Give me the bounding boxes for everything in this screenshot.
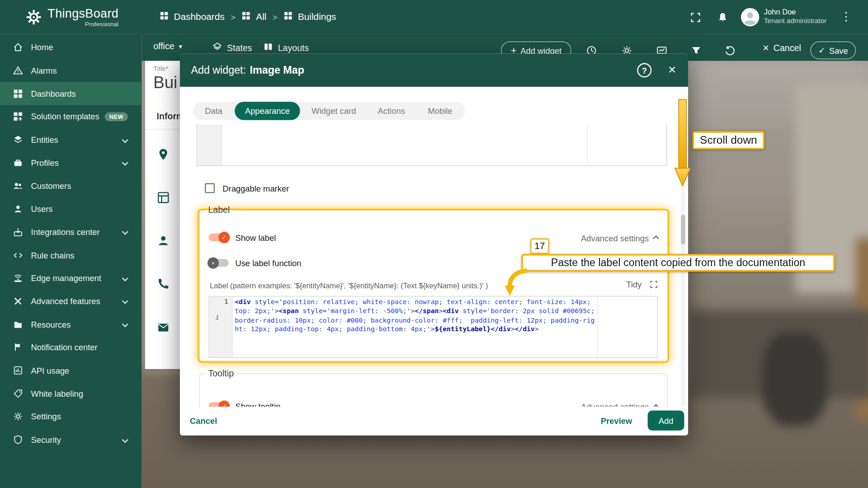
- sidebar-item-edge-management[interactable]: Edge management: [0, 267, 142, 290]
- tab-widget-card[interactable]: Widget card: [300, 102, 368, 120]
- photo-desks: [690, 310, 868, 399]
- sidebar: Home Alarms Dashboards Solution template…: [0, 34, 142, 488]
- info-icon: i: [215, 313, 219, 321]
- show-label-text: Show label: [235, 233, 276, 242]
- sidebar-item-customers[interactable]: Customers: [0, 174, 142, 197]
- label-code-editor[interactable]: 1 i <div style='position: relative; whit…: [209, 296, 658, 358]
- draggable-marker-checkbox[interactable]: [205, 183, 215, 193]
- sidebar-item-security[interactable]: Security: [0, 428, 142, 451]
- help-icon[interactable]: ?: [637, 63, 651, 78]
- breadcrumb-buildings[interactable]: Buildings: [283, 11, 336, 23]
- state-selector[interactable]: office ▾: [153, 42, 182, 52]
- photo-wood-shelf: [856, 238, 868, 421]
- kebab-menu-icon[interactable]: ⋮: [840, 10, 852, 23]
- sidebar-item-resources[interactable]: Resources: [0, 313, 142, 336]
- breadcrumb: Dashboards > All > Buildings: [160, 0, 336, 34]
- expand-editor-icon[interactable]: [649, 280, 658, 289]
- chevron-down-icon: [122, 321, 128, 328]
- sidebar-item-home[interactable]: Home: [0, 36, 142, 59]
- advanced-settings-label: Advanced settings: [581, 402, 649, 407]
- save-label: Save: [829, 46, 848, 55]
- dialog-scrollbar-thumb[interactable]: [681, 215, 685, 244]
- phone-widget-icon[interactable]: [157, 277, 170, 290]
- show-label-toggle[interactable]: ✓: [209, 232, 229, 243]
- cancel-edit-button[interactable]: × Cancel: [763, 42, 801, 54]
- preview-button[interactable]: Preview: [601, 416, 632, 426]
- avatar[interactable]: [741, 8, 760, 27]
- states-label: States: [227, 43, 252, 53]
- instruction-arrow-icon: [498, 267, 531, 298]
- sidebar-item-notification-center[interactable]: Notification center: [0, 336, 142, 359]
- breadcrumb-all[interactable]: All: [241, 11, 266, 23]
- add-widget-dialog: Add widget:Image Map ? × Data Appearance…: [180, 54, 688, 436]
- add-button[interactable]: Add: [648, 411, 684, 431]
- sidebar-item-white-labeling[interactable]: White labeling: [0, 382, 142, 405]
- save-button[interactable]: ✓ Save: [811, 42, 856, 59]
- layouts-button[interactable]: Layouts: [263, 42, 309, 54]
- mail-widget-icon[interactable]: [157, 321, 170, 334]
- viewport: office ▾ States Layouts + Add widget ×: [0, 0, 868, 488]
- person-widget-icon[interactable]: [157, 234, 170, 247]
- chevron-down-icon: [122, 275, 128, 282]
- dashboard-edit-panel: Title* Bui Inform: [145, 61, 181, 369]
- draggable-marker-label: Draggable marker: [222, 183, 289, 193]
- tab-data[interactable]: Data: [193, 102, 235, 120]
- use-label-function-row: × Use label function: [209, 257, 302, 268]
- scroll-down-callout: Scroll down: [693, 131, 764, 149]
- rule-chains-icon: [12, 249, 23, 260]
- toggle-knob: ✓: [219, 401, 230, 407]
- sidebar-item-label: Entities: [31, 135, 58, 145]
- title-field-value[interactable]: Bui: [153, 73, 177, 92]
- print-margin-line: [597, 296, 598, 357]
- sidebar-item-users[interactable]: Users: [0, 197, 142, 221]
- layouts-icon: [263, 42, 274, 54]
- entities-icon: [12, 134, 23, 145]
- sidebar-item-label: Integrations center: [31, 227, 100, 237]
- sidebar-item-rule-chains[interactable]: Rule chains: [0, 244, 142, 267]
- editor-actions: Tidy: [626, 279, 658, 289]
- brand-name: ThingsBoard: [47, 7, 118, 20]
- close-icon[interactable]: ×: [668, 62, 676, 77]
- title-field-label: Title*: [153, 65, 168, 72]
- dialog-cancel-button[interactable]: Cancel: [190, 416, 217, 426]
- tab-appearance[interactable]: Appearance: [235, 102, 300, 120]
- states-button[interactable]: States: [212, 42, 252, 54]
- sidebar-item-advanced-features[interactable]: Advanced features: [0, 290, 142, 313]
- sidebar-item-label: Customers: [31, 181, 71, 191]
- partial-code-editor[interactable]: [197, 125, 667, 166]
- breadcrumb-dashboards[interactable]: Dashboards: [160, 11, 225, 23]
- sidebar-item-settings[interactable]: Settings: [0, 405, 142, 428]
- version-history-icon[interactable]: [723, 44, 736, 57]
- brand[interactable]: ThingsBoard Professional: [47, 7, 118, 27]
- dialog-widget-name: Image Map: [250, 64, 304, 76]
- sidebar-item-integrations-center[interactable]: Integrations center: [0, 221, 142, 244]
- notifications-bell-icon[interactable]: [716, 10, 729, 23]
- cancel-edit-label: Cancel: [774, 43, 801, 53]
- sidebar-item-dashboards[interactable]: Dashboards: [0, 82, 142, 105]
- sidebar-item-alarms[interactable]: Alarms: [0, 59, 142, 82]
- sidebar-item-solution-templates[interactable]: Solution templates NEW: [0, 105, 142, 128]
- fullscreen-icon[interactable]: [689, 10, 702, 23]
- show-tooltip-toggle[interactable]: ✓: [209, 401, 229, 407]
- sidebar-item-entities[interactable]: Entities: [0, 128, 142, 151]
- sidebar-item-api-usage[interactable]: API usage: [0, 359, 142, 382]
- use-label-function-toggle[interactable]: ×: [209, 257, 229, 268]
- label-code-content[interactable]: <div style='position: relative; white-sp…: [235, 298, 597, 334]
- sidebar-item-profiles[interactable]: Profiles: [0, 151, 142, 174]
- tooltip-section: Tooltip ✓ Show tooltip Advanced settings: [199, 369, 668, 407]
- filters-icon[interactable]: [689, 44, 702, 57]
- table-widget-icon[interactable]: [157, 191, 170, 204]
- home-icon: [12, 42, 23, 53]
- show-tooltip-text: Show tooltip: [235, 401, 280, 407]
- tooltip-advanced-settings[interactable]: Advanced settings: [581, 402, 658, 407]
- chevron-down-icon: [122, 229, 128, 235]
- customers-icon: [12, 180, 23, 191]
- label-advanced-settings[interactable]: Advanced settings: [581, 234, 658, 243]
- top-bar: ThingsBoard Professional Dashboards > Al…: [0, 0, 868, 34]
- tidy-button[interactable]: Tidy: [626, 279, 642, 289]
- tab-actions[interactable]: Actions: [368, 102, 415, 120]
- thingsboard-logo-icon[interactable]: [24, 8, 43, 27]
- tab-mobile[interactable]: Mobile: [415, 102, 465, 120]
- panel-divider: [145, 129, 181, 129]
- location-pin-icon[interactable]: [157, 148, 170, 161]
